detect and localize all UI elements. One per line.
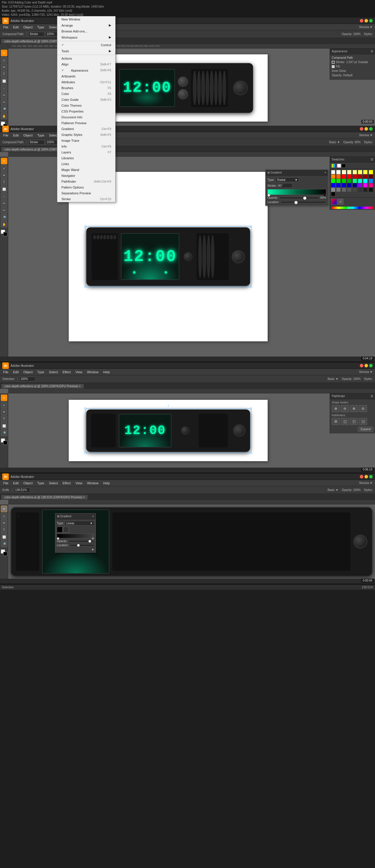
stroke-input-2[interactable] [28,140,45,145]
swatch-item[interactable] [358,170,362,174]
location-slider[interactable] [281,201,326,204]
close-btn-1[interactable] [360,19,363,23]
menu-graphic-styles[interactable]: Graphic Styles Shift+F5 [57,132,115,138]
type-tool[interactable]: T [1,71,7,77]
swatch-item[interactable] [331,183,335,187]
menu-type-3[interactable]: Type [35,370,47,374]
swatch-item[interactable] [363,188,367,192]
close-btn-3[interactable] [360,364,363,367]
swatch-item[interactable] [369,183,373,187]
close-btn-2[interactable] [360,127,363,131]
spectrum-slider[interactable] [331,206,374,209]
window-controls-4[interactable] [360,475,373,478]
max-btn-3[interactable] [369,364,373,367]
location-handle-4[interactable] [77,544,80,547]
zoom-tool-4[interactable]: 🔎 [1,541,7,547]
swatch-item[interactable] [337,175,341,179]
swatch-item[interactable] [369,175,373,179]
location-slider-4[interactable] [69,544,94,547]
swatch-item[interactable] [342,188,346,192]
swatch-item[interactable] [363,170,367,174]
direct-select-3[interactable]: ↙ [1,402,7,408]
menu-separations-preview[interactable]: Separations Preview [57,190,115,196]
swatches-menu-icon[interactable]: ☰ [371,158,373,161]
menu-artboards[interactable]: Artboards [57,73,115,79]
min-btn-2[interactable] [365,127,368,131]
color-selector-4[interactable] [1,550,7,556]
pen-tool[interactable]: ✒ [1,64,7,70]
divide-btn[interactable]: ⊞ [332,418,340,425]
swatch-item[interactable] [363,179,367,183]
zoom-tool[interactable]: 🔎 [1,106,7,112]
menu-edit-4[interactable]: Edit [11,481,21,486]
gradient-bar-4[interactable] [57,534,94,538]
menu-file-3[interactable]: File [1,370,10,374]
menu-arrange[interactable]: Arrange ▶ [57,22,115,28]
menu-workspace[interactable]: Workspace ▶ [57,34,115,40]
menu-control[interactable]: ✓ Control [57,42,115,48]
menu-flattener-preview[interactable]: Flattener Preview [57,120,115,126]
appearance-menu-icon[interactable]: ☰ [371,50,373,53]
menu-color-guide[interactable]: Color Guide Shift+F3 [57,97,115,102]
none-swatch[interactable]: ✕ [338,199,343,205]
menu-gradient[interactable]: Gradient Ctrl+F9 [57,126,115,132]
swatch-item[interactable] [358,175,362,179]
menu-help-3[interactable]: Help [101,370,112,374]
ellipse-tool[interactable]: ○ [1,85,7,91]
menu-layers[interactable]: Layers F7 [57,149,115,155]
swatch-item[interactable] [369,179,373,183]
swatch-item[interactable] [347,175,351,179]
zoom-input-4[interactable] [14,488,30,492]
menu-effect-3[interactable]: Effect [61,370,73,374]
swatch-item[interactable] [353,183,357,187]
zoom-input-3[interactable] [19,377,35,381]
swatch-item[interactable] [369,170,373,174]
swatch-color-2-4[interactable] [63,527,69,532]
swatch-item[interactable] [358,188,362,192]
swatch-item[interactable] [353,179,357,183]
close-btn-4[interactable] [360,475,363,478]
swatch-item[interactable] [342,175,346,179]
menu-object-2[interactable]: Object [21,133,35,138]
gradient-stroke-input[interactable] [278,183,292,188]
menu-type[interactable]: Type [35,25,47,30]
menu-attributes[interactable]: Attributes Ctrl+F11 [57,79,115,85]
max-btn-4[interactable] [369,475,373,478]
menu-window-3[interactable]: Window [85,370,100,374]
menu-file-4[interactable]: File [1,481,10,486]
location-handle[interactable] [294,201,298,204]
zoom-tool-2[interactable]: 🔎 [1,214,7,220]
canvas-tab-4[interactable]: color-depth-reflections.ai @ 138.51% (CM… [1,495,88,499]
swatch-item[interactable] [363,183,367,187]
menu-select-3[interactable]: Select [47,370,60,374]
swatch-item[interactable] [337,179,341,183]
menu-object-3[interactable]: Object [21,370,35,374]
type-tool-3[interactable]: T [1,415,7,422]
menu-window-4[interactable]: Window [85,481,100,486]
swatch-item[interactable] [347,188,351,192]
gradient-type-select[interactable]: Radial ▼ [276,177,299,182]
swatch-item[interactable] [337,183,341,187]
hand-tool-2[interactable]: ✋ [1,221,7,227]
select-tool-3[interactable]: ↖ [1,395,7,401]
swatch-item[interactable] [347,179,351,183]
color-selector-3[interactable] [1,438,7,445]
swatch-item[interactable] [331,179,335,183]
menu-css-properties[interactable]: CSS Properties [57,108,115,114]
swatch-item[interactable] [331,175,335,179]
trim-btn[interactable]: ◫ [341,418,349,425]
menu-select-4[interactable]: Select [47,481,60,486]
window-controls-1[interactable] [360,19,373,23]
gradient-type-select-4[interactable]: Linear ▼ [65,521,94,525]
menu-object[interactable]: Object [21,25,35,30]
direct-select-tool[interactable]: ↙ [1,57,7,63]
opacity-handle[interactable] [303,196,307,200]
window-controls-3[interactable] [360,364,373,367]
select-tool-4[interactable]: ✂ [1,505,7,512]
menu-color-themes[interactable]: Color Themes [57,102,115,108]
swatch-item[interactable] [331,188,335,192]
max-btn-1[interactable] [369,19,373,23]
swatch-item[interactable] [342,170,346,174]
ellipse-tool-2[interactable]: ○ [1,193,7,199]
hand-tool[interactable]: ✋ [1,113,7,119]
